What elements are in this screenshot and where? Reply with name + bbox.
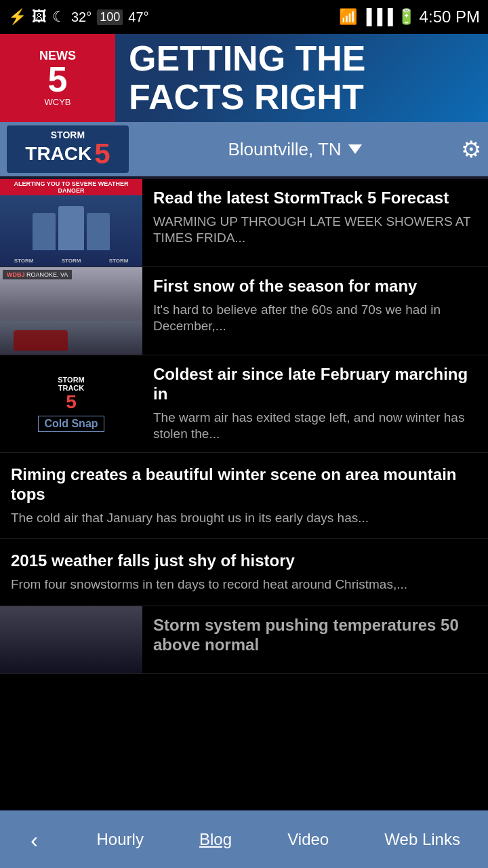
image-icon: 🖼 [32,8,47,26]
nav-blog[interactable]: Blog [188,823,243,856]
news-title-1: Read the latest StormTrack 5 Forecast [153,189,479,208]
thumb-anchors-1 [33,206,110,250]
wifi-icon: 📶 [339,8,357,26]
banner-tagline-line2: FACTS RIGHT [129,78,366,117]
banner-ad[interactable]: NEWS 5 WCYB GETTING THE FACTS RIGHT [0,34,488,122]
banner-tagline: GETTING THE FACTS RIGHT [115,39,380,117]
news-thumb-3: STORM TRACK 5 Cold Snap [0,355,142,452]
news-item-2[interactable]: WDBJ ROANOKE, VA First snow of the seaso… [0,267,488,355]
news-content-3: Coldest air since late February marching… [142,355,488,452]
news-title-6: Storm system pushing temperatures 50 abo… [153,616,479,655]
news-list: ALERTING YOU TO SEVERE WEATHER DANGER ST… [0,179,488,674]
banner-logo: NEWS 5 WCYB [0,34,115,122]
thumb-2-bar: WDBJ ROANOKE, VA [3,270,72,279]
news-excerpt-5: From four snowstorms in ten days to reco… [11,576,477,593]
cold-snap-label: Cold Snap [38,416,104,432]
banner-tagline-line1: GETTING THE [129,39,366,78]
battery-100-icon: 100 [97,9,123,25]
news-title-2: First snow of the season for many [153,277,479,296]
thumb-alert-text-1: ALERTING YOU TO SEVERE WEATHER DANGER [0,179,142,195]
news-thumb-1: ALERTING YOU TO SEVERE WEATHER DANGER ST… [0,179,142,267]
logo-num: 5 [94,140,110,168]
nav-hourly[interactable]: Hourly [86,823,155,856]
settings-button[interactable]: ⚙ [461,136,481,163]
news-content-1: Read the latest StormTrack 5 Forecast WA… [142,179,488,267]
news-thumb-2: WDBJ ROANOKE, VA [0,267,142,355]
news-item-1[interactable]: ALERTING YOU TO SEVERE WEATHER DANGER ST… [0,179,488,267]
news-excerpt-2: It's hard to believe after the 60s and 7… [153,302,479,335]
news-item-3[interactable]: STORM TRACK 5 Cold Snap Coldest air sinc… [0,355,488,453]
news-excerpt-4: The cold air that January has brought us… [11,510,477,527]
app-header: STORM TRACK 5 Blountville, TN ⚙ [0,122,488,176]
clock: 4:50 PM [420,7,480,26]
nav-video[interactable]: Video [277,823,340,856]
news-title-5: 2015 weather falls just shy of history [11,551,477,571]
location-text: Blountville, TN [228,139,341,160]
logo-track-label: TRACK [25,144,92,163]
news-item-6[interactable]: Storm system pushing temperatures 50 abo… [0,606,488,674]
news-content-6: Storm system pushing temperatures 50 abo… [142,606,488,673]
news-excerpt-1: WARMING UP THROUGH LATE WEEK SHOWERS AT … [153,214,479,247]
status-right-icons: 📶 ▐▐▐ 🔋 4:50 PM [339,7,480,26]
temp-reading: 32° [71,9,92,25]
location-dropdown-icon[interactable] [348,144,362,154]
status-bar: ⚡ 🖼 ☾ 32° 100 47° 📶 ▐▐▐ 🔋 4:50 PM [0,0,488,34]
signal-temp: 47° [128,9,148,25]
header-logo: STORM TRACK 5 [7,125,129,173]
back-button[interactable]: ‹ [17,820,52,860]
news-title-3: Coldest air since late February marching… [153,365,479,404]
banner-channel-number: 5 [48,62,68,97]
status-left-icons: ⚡ 🖼 ☾ 32° 100 47° [8,8,149,26]
signal-bars-icon: ▐▐▐ [361,8,393,26]
news-thumb-6 [0,606,142,673]
news-title-4: Riming creates a beautiful winter scene … [11,465,477,505]
usb-icon: ⚡ [8,8,26,26]
nav-weblinks[interactable]: Web Links [373,823,471,856]
bottom-nav: ‹ Hourly Blog Video Web Links [0,810,488,868]
news-item-4[interactable]: Riming creates a beautiful winter scene … [0,453,488,539]
news-content-2: First snow of the season for many It's h… [142,267,488,355]
logo-storm-label: STORM [51,130,85,140]
news-item-5[interactable]: 2015 weather falls just shy of history F… [0,539,488,606]
battery-icon: 🔋 [397,8,415,26]
header-location[interactable]: Blountville, TN [228,139,361,160]
moon-icon: ☾ [52,8,66,26]
news-excerpt-3: The warm air has exited stage left, and … [153,410,479,443]
banner-wcyb-label: WCYB [45,97,71,107]
